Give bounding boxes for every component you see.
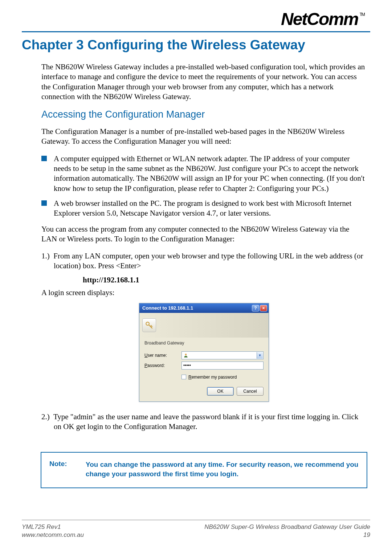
doc-revision: YML725 Rev1 bbox=[22, 523, 84, 531]
key-icon bbox=[142, 318, 156, 332]
trademark: TM bbox=[360, 12, 364, 17]
config-url: http://192.168.1.1 bbox=[83, 276, 367, 285]
login-dialog: Connect to 192.168.1.1 ? × Broadband Gat… bbox=[139, 303, 269, 402]
password-label: Password: bbox=[144, 363, 181, 368]
section-title: Accessing the Configuration Manager bbox=[41, 109, 367, 120]
page-footer: YML725 Rev1 www.netcomm.com.au NB620W Su… bbox=[22, 520, 370, 539]
svg-point-1 bbox=[185, 354, 187, 355]
page-number: 19 bbox=[84, 531, 370, 539]
realm-label: Broadband Gateway bbox=[139, 338, 269, 347]
list-item: A web browser installed on the PC. The p… bbox=[41, 199, 367, 219]
footer-right: NB620W Super-G Wireless Broadband Gatewa… bbox=[84, 523, 370, 539]
cancel-button[interactable]: Cancel bbox=[237, 387, 264, 396]
note-text: You can change the password at any time.… bbox=[86, 460, 359, 478]
dialog-titlebar: Connect to 192.168.1.1 ? × bbox=[139, 303, 269, 313]
password-field[interactable]: ••••• bbox=[181, 362, 264, 370]
login-form: User name: ▼ Password: bbox=[139, 347, 269, 373]
page-header: NetCommTM bbox=[22, 9, 370, 29]
help-button[interactable]: ? bbox=[252, 305, 259, 311]
header-rule bbox=[22, 31, 370, 32]
svg-point-0 bbox=[146, 322, 149, 325]
steps-list: 1.) From any LAN computer, open your web… bbox=[41, 251, 367, 271]
section-intro: The Configuration Manager is a number of… bbox=[41, 127, 367, 147]
brand-name: NetComm bbox=[281, 9, 358, 29]
username-field[interactable]: ▼ bbox=[181, 351, 264, 359]
dialog-title: Connect to 192.168.1.1 bbox=[142, 305, 193, 311]
username-label: User name: bbox=[144, 353, 181, 358]
login-dialog-figure: Connect to 192.168.1.1 ? × Broadband Gat… bbox=[41, 303, 367, 402]
page-content: The NB620W Wireless Gateway includes a p… bbox=[22, 62, 370, 488]
login-caption: A login screen displays: bbox=[41, 288, 367, 297]
user-icon bbox=[183, 353, 188, 358]
remember-label: Remember my password bbox=[188, 375, 237, 380]
footer-rule bbox=[22, 520, 370, 520]
dialog-banner bbox=[139, 313, 269, 338]
remember-row: Remember my password bbox=[139, 373, 269, 382]
list-item: A computer equipped with Ethernet or WLA… bbox=[41, 154, 367, 193]
access-paragraph: You can access the program from any comp… bbox=[41, 224, 367, 244]
intro-paragraph: The NB620W Wireless Gateway includes a p… bbox=[41, 62, 367, 102]
requirements-list: A computer equipped with Ethernet or WLA… bbox=[41, 154, 367, 219]
document-page: NetCommTM Chapter 3 Configuring the Wire… bbox=[0, 0, 392, 555]
ok-button[interactable]: OK bbox=[207, 387, 234, 396]
note-label: Note: bbox=[49, 460, 86, 478]
chevron-down-icon[interactable]: ▼ bbox=[257, 352, 263, 359]
step-two: 2.) Type "admin" as the user name and le… bbox=[41, 412, 367, 432]
brand-logo: NetCommTM bbox=[281, 9, 363, 29]
doc-title: NB620W Super-G Wireless Broadband Gatewa… bbox=[84, 523, 370, 531]
close-button[interactable]: × bbox=[260, 305, 267, 311]
note-box: Note: You can change the password at any… bbox=[41, 452, 367, 488]
footer-left: YML725 Rev1 www.netcomm.com.au bbox=[22, 523, 84, 539]
website: www.netcomm.com.au bbox=[22, 531, 84, 539]
chapter-title: Chapter 3 Configuring the Wireless Gatew… bbox=[22, 37, 370, 53]
remember-checkbox[interactable] bbox=[181, 375, 186, 379]
dialog-buttons: OK Cancel bbox=[139, 382, 269, 401]
step-one: 1.) From any LAN computer, open your web… bbox=[41, 251, 367, 271]
steps-list-cont: 2.) Type "admin" as the user name and le… bbox=[41, 412, 367, 432]
